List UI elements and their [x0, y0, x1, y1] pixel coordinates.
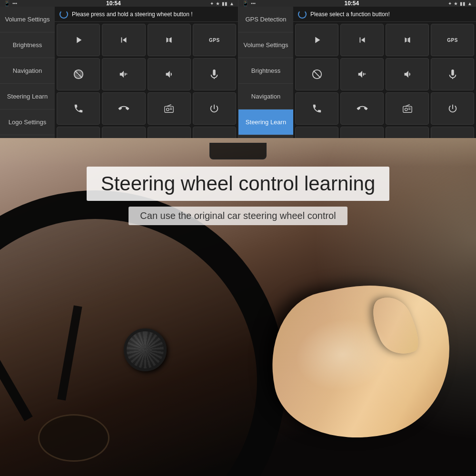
left-instruction-bar: Please press and hold a steering wheet b…	[55, 7, 238, 22]
btn-prev[interactable]	[102, 24, 145, 56]
status-left-icons: 📱 ▪▪▪	[4, 0, 17, 7]
btn-vol-up[interactable]: +	[102, 58, 145, 90]
r-block-icon	[312, 69, 322, 79]
svg-point-4	[167, 108, 169, 111]
bluetooth-icon: ✦	[210, 1, 214, 6]
sidebar-item-brightness[interactable]: Brightness	[0, 32, 55, 58]
right-status-bar: 📱 ▪▪▪ 10:54 ✦ ★ ▮▮ ▲	[238, 0, 476, 7]
sidebar-item-volume-settings-r[interactable]: Volume Settings	[238, 32, 293, 58]
sidebar-item-volume-settings[interactable]: Volume Settings	[0, 7, 55, 32]
main-title-bg: Steering wheel control learning	[87, 167, 390, 201]
gps-label: GPS	[209, 38, 220, 43]
hub-ridges	[127, 331, 164, 368]
r-hang-up-icon	[355, 101, 369, 116]
r-mic-icon	[447, 69, 458, 79]
phone-icon	[73, 103, 84, 114]
r-btn-mic[interactable]	[431, 58, 474, 90]
right-instruction-text: Please select a function button!	[310, 11, 390, 18]
svg-point-11	[405, 108, 407, 111]
left-status-bar: 📱 ▪▪▪ 10:54 ✦ ★ ▮▮ ▲	[0, 0, 238, 7]
radio-icon	[164, 103, 174, 114]
right-status-left: 📱 ▪▪▪	[242, 0, 256, 7]
r-vol-up-icon: +	[357, 69, 367, 79]
btn-vol-down[interactable]	[148, 58, 191, 90]
battery-icon: ▮▮	[222, 1, 228, 6]
right-time: 10:54	[344, 0, 359, 7]
block-icon	[73, 69, 84, 79]
right-wifi-icon: ★	[454, 1, 458, 6]
r-btn-hang-up[interactable]	[340, 92, 384, 125]
r-skip-prev-icon	[357, 35, 367, 45]
btn-gps[interactable]: GPS	[193, 24, 236, 56]
r-btn-mute[interactable]	[295, 58, 338, 90]
r-radio-icon	[402, 103, 413, 114]
sidebar-item-steering-learn-r[interactable]: Steering Learn	[238, 109, 293, 135]
btn-radio[interactable]	[148, 92, 191, 125]
r-play-icon	[312, 35, 322, 45]
right-sim-icon: 📱	[242, 0, 249, 7]
text-overlay: Steering wheel control learning Can use …	[0, 167, 476, 225]
rearview-mirror	[209, 143, 267, 159]
mic-btn-icon	[209, 69, 219, 79]
main-title: Steering wheel control learning	[101, 172, 376, 195]
r-btn-power[interactable]	[431, 92, 474, 125]
sidebar-item-navigation-r[interactable]: Navigation	[238, 84, 293, 109]
r-btn-next[interactable]	[386, 24, 429, 56]
power-icon	[209, 103, 219, 114]
left-time: 10:54	[106, 0, 121, 7]
btn-next[interactable]	[148, 24, 191, 56]
right-panel: 📱 ▪▪▪ 10:54 ✦ ★ ▮▮ ▲ GPS Detection Volum…	[238, 0, 476, 138]
refresh-icon	[60, 10, 68, 19]
hang-up-icon	[116, 101, 131, 116]
btn-phone[interactable]	[57, 92, 100, 125]
vol-up-icon: +	[119, 69, 129, 79]
right-signal-icon: ▪▪▪	[251, 1, 256, 6]
left-instruction-text: Please press and hold a steering wheet b…	[72, 11, 193, 18]
btn-hang-up[interactable]	[102, 92, 145, 125]
r-btn-vol-down[interactable]	[386, 58, 429, 90]
right-battery-icon: ▮▮	[460, 1, 466, 6]
bottom-section: Steering wheel control learning Can use …	[0, 138, 476, 476]
r-btn-radio[interactable]	[386, 92, 429, 125]
sub-title: Can use the original car steering wheel …	[140, 210, 336, 221]
r-phone-icon	[312, 103, 322, 114]
right-refresh-icon	[298, 10, 307, 19]
right-instruction-bar: Please select a function button!	[293, 7, 476, 22]
sidebar-item-brightness-r[interactable]: Brightness	[238, 58, 293, 84]
wifi-icon: ★	[216, 1, 220, 6]
r-btn-play[interactable]	[295, 24, 338, 56]
play-icon	[73, 35, 84, 45]
sim-icon: 📱	[4, 0, 10, 7]
sidebar-item-navigation[interactable]: Navigation	[0, 58, 55, 84]
sidebar-item-gps-detection[interactable]: GPS Detection	[238, 7, 293, 32]
right-bluetooth-icon: ✦	[448, 1, 452, 6]
btn-power[interactable]	[193, 92, 236, 125]
sub-title-bg: Can use the original car steering wheel …	[129, 207, 347, 225]
speedometer-hint	[38, 414, 109, 462]
sidebar-item-logo-settings[interactable]: Logo Settings	[0, 109, 55, 135]
r-btn-phone[interactable]	[295, 92, 338, 125]
skip-prev-icon	[119, 35, 129, 45]
left-panel: 📱 ▪▪▪ 10:54 ✦ ★ ▮▮ ▲ Volume Settings Bri…	[0, 0, 238, 138]
r-btn-prev[interactable]	[340, 24, 384, 56]
top-section: 📱 ▪▪▪ 10:54 ✦ ★ ▮▮ ▲ Volume Settings Bri…	[0, 0, 476, 138]
steering-hub	[124, 328, 167, 371]
r-btn-vol-up[interactable]: +	[340, 58, 384, 90]
r-gps-label: GPS	[447, 38, 458, 43]
svg-text:+: +	[364, 72, 366, 76]
btn-mute[interactable]	[57, 58, 100, 90]
sidebar-item-steering-learn[interactable]: Steering Learn	[0, 84, 55, 109]
signal-icon: ▪▪▪	[12, 1, 17, 6]
right-up-arrow-icon: ▲	[467, 1, 472, 6]
btn-mic[interactable]	[193, 58, 236, 90]
svg-text:+: +	[126, 72, 128, 76]
status-right-icons: ✦ ★ ▮▮ ▲	[210, 1, 234, 6]
r-btn-gps[interactable]: GPS	[431, 24, 474, 56]
vol-down-icon	[164, 69, 174, 79]
svg-line-8	[313, 71, 320, 78]
up-arrow-icon: ▲	[229, 1, 234, 6]
r-skip-next-icon	[402, 35, 413, 45]
right-status-right: ✦ ★ ▮▮ ▲	[448, 1, 472, 6]
r-power-icon	[447, 103, 458, 114]
btn-play[interactable]	[57, 24, 100, 56]
